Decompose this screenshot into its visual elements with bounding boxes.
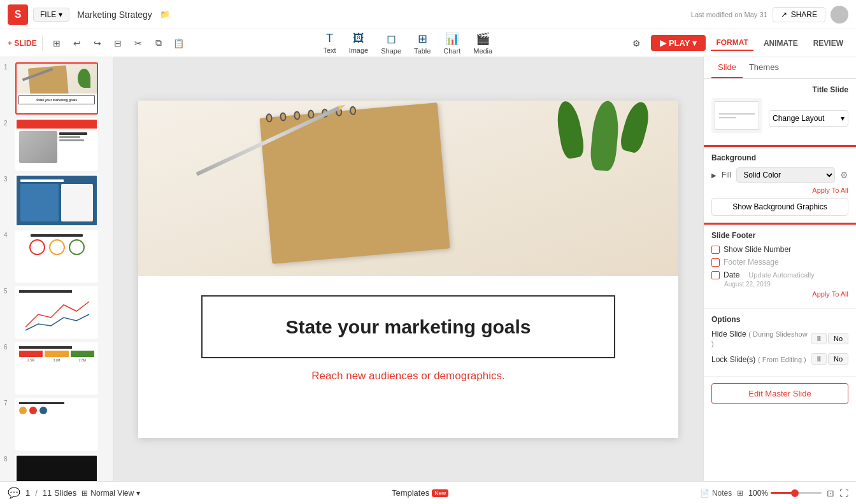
slide-image-2[interactable] [15,118,98,171]
hide-slide-label: Hide Slide [711,330,746,339]
fullscreen-icon[interactable]: ⛶ [839,488,848,498]
tab-themes[interactable]: Themes [743,57,785,78]
slide-image-3[interactable] [15,174,98,227]
insert-tools: T Text 🖼 Image ◻ Shape ⊞ Table 📊 Chart 🎬… [190,32,625,55]
user-avatar[interactable] [831,6,848,24]
insert-text-tool[interactable]: T Text [323,32,336,54]
background-section: Background ▶ Fill Solid Color Gradient I… [704,147,856,223]
options-section-title: Options [711,315,848,324]
insert-image-tool[interactable]: 🖼 Image [349,32,369,54]
fill-row: ▶ Fill Solid Color Gradient Image None ⚙ [711,167,848,183]
slide-thumb-8[interactable]: 8 [4,454,109,481]
cut-icon[interactable]: ✂ [129,34,147,52]
zoom-slider[interactable] [771,492,822,494]
show-slide-number-row: Show Slide Number [711,245,848,254]
app-logo: S [8,4,28,25]
options-section: Options Hide Slide ( During Slideshow ) … [704,309,856,377]
tab-review[interactable]: REVIEW [808,36,848,50]
tab-format[interactable]: FORMAT [711,36,753,51]
insert-table-tool[interactable]: ⊞ Table [414,32,431,55]
slide-image-1[interactable]: State your marketing goals [15,62,98,115]
page-current: 1 [25,488,30,498]
hide-slide-row: Hide Slide ( During Slideshow ) II No [711,329,848,348]
bottom-right: 📄 Notes ⊞ 100% ⊡ ⛶ [700,488,848,498]
footer-message-label: Footer Message [724,258,779,267]
chevron-down-icon: ▾ [841,114,845,123]
slide-thumb-6[interactable]: 6 2.5M 3.2M 2.8M [4,342,109,395]
slide-thumb-7[interactable]: 7 [4,398,109,451]
gear-icon[interactable]: ⚙ [840,170,848,180]
insert-media-tool[interactable]: 🎬 Media [473,32,492,55]
zoom-container: 100% [748,489,822,498]
slide-thumb-2[interactable]: 2 [4,118,109,171]
insert-chart-tool[interactable]: 📊 Chart [443,32,460,55]
lock-slide-toggle-no[interactable]: No [828,353,848,365]
slide-thumb-5[interactable]: 5 [4,286,109,339]
fill-type-select[interactable]: Solid Color Gradient Image None [736,167,835,183]
media-icon: 🎬 [476,32,490,46]
notes-button[interactable]: 📄 Notes [700,489,732,498]
slide-main-title: State your marketing goals [228,314,588,339]
layout-title: Title Slide [813,85,848,94]
play-button[interactable]: ▶ PLAY ▾ [651,35,706,51]
right-panel-tabs: Slide Themes [704,57,856,79]
layout-icon[interactable]: ⊟ [109,34,127,52]
lock-slide-toggle-ii[interactable]: II [811,353,827,365]
zoom-fit-icon[interactable]: ⊡ [827,488,834,498]
footer-section-title: Slide Footer [711,231,848,240]
redo-icon[interactable]: ↪ [89,34,106,52]
grid-view-button[interactable]: ⊞ [737,489,743,498]
slide-thumb-4[interactable]: 4 [4,230,109,283]
slide-image-7[interactable] [15,398,98,451]
insert-shape-tool[interactable]: ◻ Shape [381,32,401,55]
bottom-center: Templates New [148,488,692,498]
background-section-title: Background [711,153,848,162]
undo-icon[interactable]: ↩ [68,34,86,52]
apply-to-all-link-2[interactable]: Apply To All [711,290,848,298]
slide-thumb-1[interactable]: 1 State your marketing goals [4,62,109,115]
date-checkbox[interactable] [711,271,720,279]
slide-image-6[interactable]: 2.5M 3.2M 2.8M [15,342,98,395]
page-total: 11 Slides [43,488,76,498]
toolbar: + SLIDE ⊞ ↩ ↪ ⊟ ✂ ⧉ 📋 T Text 🖼 Image ◻ S… [0,29,856,57]
show-background-graphics-button[interactable]: Show Background Graphics [711,198,848,216]
zoom-level-text: 100% [748,489,768,498]
change-layout-button[interactable]: Change Layout ▾ [769,110,848,127]
footer-message-checkbox[interactable] [711,258,720,267]
fill-label: Fill [722,171,731,179]
table-icon: ⊞ [418,32,427,46]
view-toggle-icon[interactable]: ⊞ [48,34,66,52]
slide-canvas: State your marketing goals Reach new aud… [138,101,678,438]
hide-slide-toggle-ii[interactable]: II [811,333,827,344]
slide-thumb-3[interactable]: 3 [4,174,109,227]
view-chevron-icon: ▾ [136,489,140,498]
lock-slide-row: Lock Slide(s) ( From Editing ) II No [711,353,848,365]
last-modified-text: Last modified on May 31 [691,11,767,18]
edit-master-slide-button[interactable]: Edit Master Slide [711,383,848,404]
hide-slide-toggle-no[interactable]: No [828,333,848,344]
view-mode-select[interactable]: ⊞ Normal View ▾ [82,489,140,498]
slide-image-4[interactable] [15,230,98,283]
canvas-area[interactable]: State your marketing goals Reach new aud… [113,57,703,481]
hide-slide-toggle: II No [811,333,848,344]
file-menu-button[interactable]: FILE ▾ [33,8,69,22]
apply-to-all-link-1[interactable]: Apply To All [711,186,848,194]
document-title[interactable]: Marketing Strategy [77,10,152,20]
tab-slide[interactable]: Slide [711,57,743,78]
shape-icon: ◻ [387,32,396,46]
copy-icon[interactable]: ⧉ [150,34,168,52]
paste-icon[interactable]: 📋 [170,34,188,52]
templates-button[interactable]: Templates New [392,488,448,498]
add-slide-button[interactable]: + SLIDE [8,39,37,48]
chat-icon[interactable]: 💬 [8,487,20,499]
layout-preview [711,98,762,133]
notes-icon: 📄 [700,489,710,498]
share-button[interactable]: ↗ SHARE [773,7,825,22]
tab-animate[interactable]: ANIMATE [759,36,803,50]
new-badge: New [432,489,448,497]
slide-image-8[interactable] [15,454,98,481]
date-value: August 22, 2019 [724,281,848,288]
slide-image-5[interactable] [15,286,98,339]
show-slide-number-checkbox[interactable] [711,246,720,254]
settings-icon[interactable]: ⚙ [628,34,646,52]
